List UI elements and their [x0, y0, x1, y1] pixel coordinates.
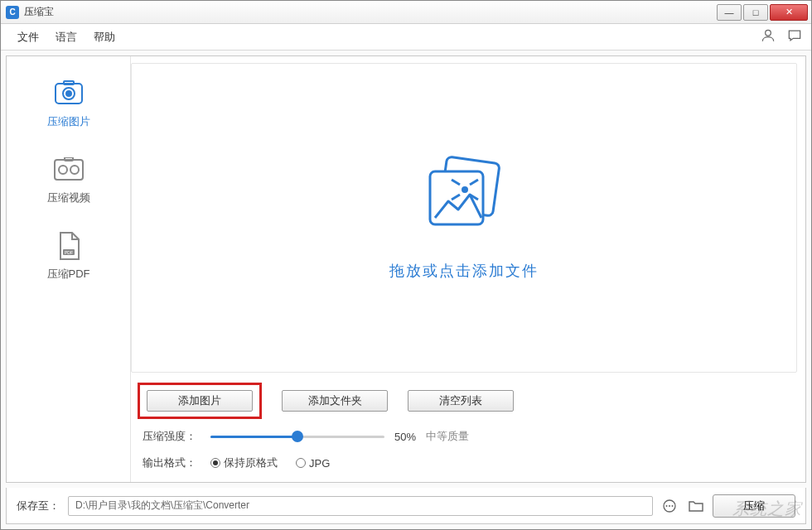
menu-help[interactable]: 帮助 [85, 26, 123, 48]
maximize-button[interactable]: □ [743, 4, 768, 21]
radio-jpg[interactable]: JPG [296, 457, 330, 470]
main-panel: 拖放或点击添加文件 添加图片 添加文件夹 清空列表 压缩强度： [131, 56, 805, 482]
sidebar-item-label: 压缩PDF [47, 267, 90, 282]
footer: 保存至： D:\用户目录\我的文档\压缩宝\Converter 压缩 [6, 488, 806, 524]
dropzone[interactable]: 拖放或点击添加文件 [131, 63, 797, 373]
dropzone-image-icon [418, 155, 510, 241]
strength-slider[interactable] [210, 430, 384, 443]
svg-point-19 [666, 505, 668, 507]
action-button-row: 添加图片 添加文件夹 清空列表 [131, 378, 805, 426]
minimize-button[interactable]: — [717, 4, 742, 21]
chat-icon[interactable] [786, 27, 803, 47]
sidebar-item-compress-pdf[interactable]: PDF 压缩PDF [7, 220, 130, 296]
menu-file[interactable]: 文件 [9, 26, 47, 48]
menubar: 文件 语言 帮助 [1, 24, 811, 51]
radio-label: JPG [309, 457, 330, 470]
save-to-label: 保存至： [17, 499, 60, 513]
svg-point-20 [669, 505, 670, 507]
settings-panel: 压缩强度： 50% 中等质量 输出格式： [131, 426, 805, 482]
open-folder-icon[interactable] [688, 498, 704, 514]
radio-keep-original[interactable]: 保持原格式 [210, 455, 278, 470]
format-label: 输出格式： [143, 455, 201, 470]
svg-point-7 [70, 166, 79, 174]
svg-point-6 [59, 166, 67, 174]
more-options-icon[interactable] [661, 498, 678, 514]
add-folder-button[interactable]: 添加文件夹 [282, 390, 388, 412]
clear-list-button[interactable]: 清空列表 [408, 390, 514, 412]
user-icon[interactable] [760, 27, 776, 47]
image-icon [51, 80, 87, 108]
strength-label: 压缩强度： [143, 429, 201, 444]
sidebar-item-compress-image[interactable]: 压缩图片 [7, 68, 130, 144]
save-path-input[interactable]: D:\用户目录\我的文档\压缩宝\Converter [68, 496, 653, 516]
pdf-icon: PDF [51, 232, 87, 260]
compress-button[interactable]: 压缩 [713, 494, 795, 518]
svg-point-0 [766, 30, 771, 36]
titlebar: C 压缩宝 — □ ✕ [1, 1, 811, 24]
svg-point-3 [66, 91, 71, 96]
app-icon: C [6, 6, 19, 19]
sidebar: 压缩图片 压缩视频 [7, 56, 131, 482]
sidebar-item-compress-video[interactable]: 压缩视频 [7, 144, 130, 220]
dropzone-label: 拖放或点击添加文件 [389, 261, 539, 281]
svg-point-13 [462, 186, 468, 193]
menu-language[interactable]: 语言 [47, 26, 85, 48]
radio-label: 保持原格式 [224, 455, 278, 470]
svg-text:PDF: PDF [65, 250, 73, 255]
sidebar-item-label: 压缩图片 [47, 114, 90, 129]
sidebar-item-label: 压缩视频 [47, 190, 90, 205]
add-image-button[interactable]: 添加图片 [147, 390, 253, 412]
highlight-add-image: 添加图片 [138, 383, 262, 419]
titlebar-title: 压缩宝 [24, 5, 715, 19]
video-icon [51, 156, 87, 184]
strength-quality: 中等质量 [426, 429, 469, 444]
strength-percent: 50% [394, 431, 416, 443]
svg-point-21 [672, 505, 674, 507]
close-button[interactable]: ✕ [770, 4, 808, 21]
